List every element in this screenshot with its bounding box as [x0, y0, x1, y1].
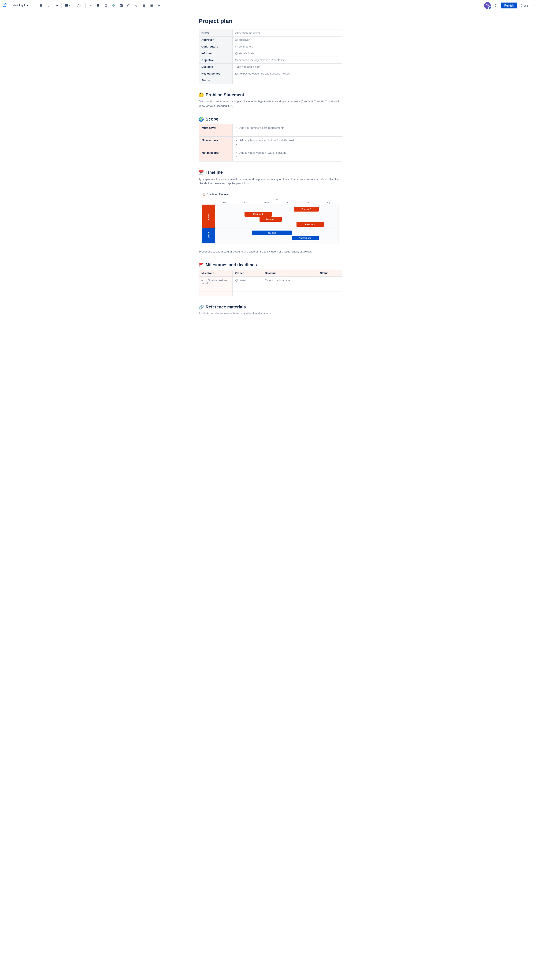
milestones-column-header: Status: [318, 270, 342, 276]
scope-list-item[interactable]: Add your project's core requirements: [239, 126, 339, 129]
milestones-cell[interactable]: [318, 287, 342, 291]
milestones-cell[interactable]: Type // to add a date: [262, 276, 318, 287]
milestones-cell[interactable]: [233, 287, 262, 291]
project-info-value[interactable]: @ approver: [233, 37, 342, 43]
milestones-cell[interactable]: [199, 287, 233, 291]
project-info-label: Driver: [199, 30, 233, 37]
roadmap-lane-row: Lane 1Feature 3Feature 1Feature 2Feature…: [202, 205, 339, 228]
scope-list-item[interactable]: [239, 130, 339, 134]
roadmap-month-label: Jun: [277, 201, 298, 204]
italic-button[interactable]: I: [45, 2, 52, 9]
roadmap-icon: 📋: [202, 193, 206, 196]
scope-list-item[interactable]: [239, 155, 339, 158]
milestones-cell[interactable]: [318, 276, 342, 287]
milestones-cell[interactable]: [262, 287, 318, 291]
checkbox-button[interactable]: ☑: [102, 2, 109, 9]
layout-icon: ⊟: [150, 4, 153, 7]
table-icon: ⊞: [143, 4, 145, 7]
scope-row-items[interactable]: Add anything you don't want to include: [233, 149, 342, 161]
link-button[interactable]: 🔗: [110, 2, 117, 9]
project-info-value[interactable]: Summarize the objective in 1-2 sentence: [233, 57, 342, 64]
project-info-value[interactable]: List expected outcomes and success metri…: [233, 70, 342, 77]
scope-list-item[interactable]: Add anything you don't want to include: [239, 151, 339, 154]
toolbar-divider-1: [36, 3, 36, 8]
chevron-align-icon: ▼: [68, 4, 70, 6]
roadmap-year: 2021: [215, 198, 339, 201]
milestones-cell[interactable]: [262, 291, 318, 296]
gantt-bar[interactable]: Feature 3: [294, 207, 319, 212]
problem-emoji: 🤔: [199, 92, 204, 97]
scope-table: Must have:Add your project's core requir…: [199, 124, 342, 162]
lane-tracks: Feature 3Feature 1Feature 2Feature 4: [215, 205, 339, 228]
numbered-list-button[interactable]: ☰: [95, 2, 102, 9]
image-icon: 🖼: [120, 4, 123, 7]
project-info-label: Contributors: [199, 43, 233, 50]
milestones-cell[interactable]: [318, 291, 342, 296]
share-button[interactable]: ⤴: [492, 2, 499, 9]
confluence-logo: [3, 2, 8, 9]
lane-label: Lane 2: [202, 228, 215, 243]
reference-emoji: 🔗: [199, 305, 204, 310]
avatar-badge: [488, 6, 491, 9]
chevron-color-icon: ▼: [80, 4, 82, 6]
project-info-value[interactable]: Type // to add a date: [233, 64, 342, 70]
mention-button[interactable]: @: [125, 2, 132, 9]
scope-row-label: Nice to have:: [199, 136, 233, 149]
user-avatar[interactable]: CK: [484, 2, 491, 9]
project-info-row: Driver@mention the driver: [199, 30, 342, 37]
scope-emoji: 🌍: [199, 117, 204, 122]
project-info-value[interactable]: @ contributors: [233, 43, 342, 50]
gantt-bar[interactable]: Feature 1: [244, 212, 272, 216]
project-info-value[interactable]: [233, 77, 342, 84]
publish-button[interactable]: Publish: [501, 3, 517, 8]
bullet-list-icon: ≡: [90, 4, 91, 7]
gantt-bar[interactable]: Feature 2: [260, 217, 282, 222]
project-info-value[interactable]: @ stakeholders: [233, 50, 342, 57]
more-format-button[interactable]: ···: [53, 2, 60, 9]
timeline-heading: 📅 Timeline: [199, 170, 342, 175]
milestones-cell[interactable]: [199, 291, 233, 296]
scope-row-items[interactable]: Add your project's core requirements: [233, 124, 342, 136]
scope-list-item[interactable]: [239, 143, 339, 146]
project-info-label: Informed: [199, 50, 233, 57]
layout-button[interactable]: ⊟: [148, 2, 155, 9]
table-button[interactable]: ⊞: [140, 2, 147, 9]
emoji-button[interactable]: ☺: [133, 2, 140, 9]
align-icon: ☰: [65, 4, 68, 7]
roadmap-title: Roadmap Planner: [207, 193, 228, 196]
gantt-bar[interactable]: iOS app: [252, 231, 292, 235]
reference-heading: 🔗 Reference materials: [199, 305, 342, 310]
close-button[interactable]: Close: [519, 3, 530, 8]
more-options-button[interactable]: ···: [532, 2, 538, 9]
scope-row: Not in scope:Add anything you don't want…: [199, 149, 342, 161]
toolbar-divider-4: [85, 3, 86, 8]
project-info-label: Status: [199, 77, 233, 84]
milestones-column-header: Owner: [233, 270, 262, 276]
scope-list-item[interactable]: Add anything you want but don't strictly…: [239, 139, 339, 142]
gantt-bar[interactable]: Feature 4: [297, 222, 324, 227]
project-info-row: Approver@ approver: [199, 37, 342, 43]
align-button[interactable]: ☰ ▼: [64, 2, 72, 9]
bullet-list-button[interactable]: ≡: [87, 2, 94, 9]
image-button[interactable]: 🖼: [118, 2, 124, 9]
emoji-icon: ☺: [135, 4, 138, 7]
milestones-cell[interactable]: e.g., Finalize designs for v1: [199, 276, 233, 287]
roadmap-header: 📋 Roadmap Planner: [202, 193, 339, 196]
scope-row-items[interactable]: Add anything you want but don't strictly…: [233, 136, 342, 149]
problem-statement-desc[interactable]: Describe the problem and its impact. Inc…: [199, 99, 342, 108]
page-title[interactable]: Project plan: [199, 18, 342, 24]
gantt-bar[interactable]: Android app: [292, 235, 319, 240]
link-icon: 🔗: [112, 4, 115, 7]
roadmap-month-label: Aug: [318, 201, 339, 204]
insert-button[interactable]: +: [156, 2, 163, 9]
project-info-row: Key outcomesList expected outcomes and s…: [199, 70, 342, 77]
milestones-cell[interactable]: @ owner: [233, 276, 262, 287]
heading-selector[interactable]: Heading 2 ▼: [11, 3, 34, 8]
project-info-value[interactable]: @mention the driver: [233, 30, 342, 37]
milestones-table: MilestoneOwnerDeadlineStatus e.g., Final…: [199, 270, 342, 296]
bold-button[interactable]: B: [38, 2, 45, 9]
timeline-section: 📅 Timeline Type /planner to create a vis…: [199, 170, 342, 254]
milestones-cell[interactable]: [233, 291, 262, 296]
text-color-button[interactable]: A ▼: [76, 2, 84, 9]
roadmap-container[interactable]: 📋 Roadmap Planner 2021 MarAprMayJunJulAu…: [199, 189, 342, 247]
